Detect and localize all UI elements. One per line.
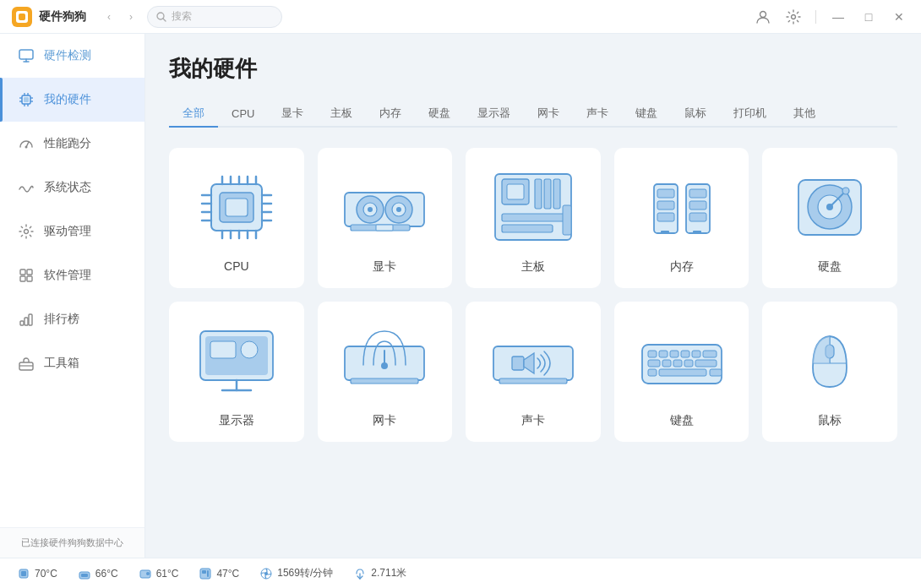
svg-point-94 xyxy=(381,362,388,369)
nav-forward[interactable]: › xyxy=(122,8,140,26)
sidebar-item-software-manage[interactable]: 软件管理 xyxy=(0,253,144,297)
hw-card-cpu[interactable]: CPU xyxy=(169,148,304,288)
sidebar-label-hardware-detect: 硬件检测 xyxy=(44,48,91,63)
hw-label-storage: 硬盘 xyxy=(818,259,842,275)
svg-point-6 xyxy=(792,14,796,19)
svg-rect-24 xyxy=(27,270,32,275)
tab-other[interactable]: 其他 xyxy=(780,101,829,126)
content-area: 我的硬件 全部 CPU 显卡 主板 内存 硬盘 显示器 网卡 声卡 键盘 鼠标 … xyxy=(145,34,921,558)
search-bar[interactable]: 搜索 xyxy=(147,6,282,28)
svg-rect-28 xyxy=(25,318,28,325)
hw-card-mouse[interactable]: 鼠标 xyxy=(762,302,897,442)
user-icon[interactable] xyxy=(751,5,775,29)
hardware-grid: CPU xyxy=(169,148,897,442)
tab-storage[interactable]: 硬盘 xyxy=(415,101,464,126)
status-mb-temp: 47°C xyxy=(199,567,239,580)
hw-card-keyboard[interactable]: 键盘 xyxy=(614,302,749,442)
svg-rect-70 xyxy=(563,205,571,235)
ctrl-divider xyxy=(815,10,816,24)
window-controls: — □ ✕ xyxy=(751,5,911,29)
sidebar-item-driver-manage[interactable]: 驱动管理 xyxy=(0,210,144,253)
svg-rect-25 xyxy=(20,276,25,281)
svg-point-5 xyxy=(760,11,766,17)
svg-rect-67 xyxy=(553,179,560,209)
close-button[interactable]: ✕ xyxy=(887,5,911,29)
tab-motherboard[interactable]: 主板 xyxy=(317,101,366,126)
tab-sound[interactable]: 声卡 xyxy=(573,101,622,126)
hw-card-motherboard[interactable]: 主板 xyxy=(466,148,601,288)
maximize-button[interactable]: □ xyxy=(857,5,880,29)
nav-back[interactable]: ‹ xyxy=(100,8,118,26)
cpu-temp-value: 70°C xyxy=(35,568,57,580)
tab-printer[interactable]: 打印机 xyxy=(720,101,780,126)
hw-card-sound[interactable]: 声卡 xyxy=(466,302,601,442)
sidebar-item-hardware-detect[interactable]: 硬件检测 xyxy=(0,34,144,78)
svg-rect-105 xyxy=(703,351,717,357)
hw-label-motherboard: 主板 xyxy=(521,259,545,275)
svg-rect-103 xyxy=(681,351,689,357)
gear-icon xyxy=(17,222,35,241)
hw-label-cpu: CPU xyxy=(224,259,249,273)
logo-icon xyxy=(10,5,34,29)
mb-temp-icon xyxy=(199,567,212,580)
sidebar-item-toolbox[interactable]: 工具箱 xyxy=(0,341,144,385)
tab-memory[interactable]: 内存 xyxy=(366,101,415,126)
sidebar-item-my-hardware[interactable]: 我的硬件 xyxy=(0,78,144,122)
fan-icon xyxy=(259,567,273,580)
monitor-icon xyxy=(17,46,35,65)
svg-rect-98 xyxy=(499,378,567,384)
svg-rect-125 xyxy=(207,570,209,577)
svg-rect-29 xyxy=(29,314,32,325)
sidebar-label-system-status: 系统状态 xyxy=(44,180,91,195)
tab-gpu[interactable]: 显卡 xyxy=(268,101,317,126)
sidebar-label-rankings: 排行榜 xyxy=(44,312,79,327)
svg-rect-113 xyxy=(710,369,722,376)
sidebar-label-software-manage: 软件管理 xyxy=(44,268,91,283)
svg-point-86 xyxy=(842,188,849,194)
tab-mouse[interactable]: 鼠标 xyxy=(671,101,720,126)
main-layout: 硬件检测 我的硬件 xyxy=(0,34,921,558)
page-title: 我的硬件 xyxy=(169,54,897,84)
svg-point-56 xyxy=(368,207,373,212)
svg-rect-101 xyxy=(659,351,668,357)
hw-label-keyboard: 键盘 xyxy=(670,413,694,428)
app-title: 硬件狗狗 xyxy=(39,9,86,24)
hw-label-memory: 内存 xyxy=(670,259,694,275)
network-card-icon xyxy=(334,318,435,403)
tab-keyboard[interactable]: 键盘 xyxy=(622,101,671,126)
status-fan-speed: 1569转/分钟 xyxy=(259,566,333,580)
svg-rect-95 xyxy=(351,378,418,384)
app-logo: 硬件狗狗 xyxy=(10,5,86,29)
hw-card-network[interactable]: 网卡 xyxy=(318,302,453,442)
sidebar-item-performance[interactable]: 性能跑分 xyxy=(0,122,144,166)
tab-cpu[interactable]: CPU xyxy=(218,102,268,125)
svg-point-21 xyxy=(25,146,28,149)
hw-card-memory[interactable]: 内存 xyxy=(614,148,749,288)
hw-label-monitor: 显示器 xyxy=(219,413,254,428)
svg-rect-34 xyxy=(226,199,248,216)
status-hdd-temp: 61°C xyxy=(139,567,179,580)
hw-card-monitor[interactable]: 显示器 xyxy=(169,302,304,442)
tab-network[interactable]: 网卡 xyxy=(524,101,573,126)
settings-icon[interactable] xyxy=(782,5,805,29)
storage-card-icon xyxy=(779,165,880,249)
svg-rect-74 xyxy=(657,201,674,210)
svg-rect-75 xyxy=(657,213,674,221)
tab-monitor[interactable]: 显示器 xyxy=(464,101,524,126)
memory-card-icon xyxy=(631,165,733,249)
sidebar-label-my-hardware: 我的硬件 xyxy=(44,92,91,107)
svg-point-122 xyxy=(146,572,150,575)
svg-rect-64 xyxy=(507,184,524,199)
gauge-icon xyxy=(17,134,35,153)
svg-rect-77 xyxy=(689,201,706,210)
hw-card-gpu[interactable]: 显卡 xyxy=(318,148,453,288)
hw-card-storage[interactable]: 硬盘 xyxy=(762,148,897,288)
sidebar-item-rankings[interactable]: 排行榜 xyxy=(0,297,144,341)
tab-all[interactable]: 全部 xyxy=(169,101,218,126)
toolbox-icon xyxy=(17,354,35,373)
svg-rect-124 xyxy=(202,570,206,574)
svg-rect-80 xyxy=(693,231,701,233)
svg-point-22 xyxy=(25,230,29,234)
sidebar-item-system-status[interactable]: 系统状态 xyxy=(0,166,144,210)
minimize-button[interactable]: — xyxy=(826,5,850,29)
